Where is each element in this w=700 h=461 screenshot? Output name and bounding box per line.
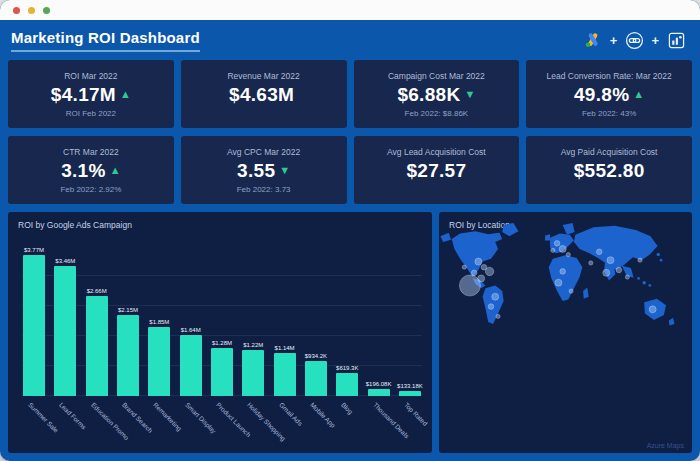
trend-down-icon: ▼	[464, 89, 475, 100]
bar-value-label: $934.2K	[305, 353, 327, 359]
bar-value-label: $1.28M	[212, 340, 232, 346]
bar[interactable]	[274, 353, 296, 396]
bar-value-label: $3.77M	[24, 247, 44, 253]
bar[interactable]	[305, 361, 327, 396]
world-map[interactable]	[439, 218, 692, 345]
kpi-title: CTR Mar 2022	[63, 147, 119, 157]
location-roi-bubble[interactable]	[559, 245, 566, 252]
location-roi-bubble[interactable]	[560, 269, 566, 275]
bar[interactable]	[336, 373, 358, 396]
x-axis-label: Gmail Ads	[278, 401, 304, 427]
kpi-card-avg-lead-acquisition-cost[interactable]: Avg Lead Acquisition Cost $27.57	[354, 136, 520, 204]
location-roi-bubble[interactable]	[462, 265, 466, 269]
kpi-card-campaign-cost[interactable]: Campaign Cost Mar 2022 $6.88K▼ Feb 2022:…	[354, 60, 520, 128]
kpi-value: $27.57	[406, 160, 466, 182]
bar-value-label: $1.14M	[275, 345, 295, 351]
bar[interactable]	[180, 335, 202, 396]
kpi-title: ROI Mar 2022	[64, 71, 117, 81]
location-roi-bubble[interactable]	[551, 248, 555, 252]
bar-column[interactable]: $3.46M	[53, 246, 77, 396]
bar-value-label: $1.85M	[149, 319, 169, 325]
close-window-button[interactable]	[13, 7, 20, 14]
chart-title: ROI by Google Ads Campaign	[8, 212, 432, 230]
x-axis-label: Blog	[340, 401, 354, 415]
bar-column[interactable]: $934.2K	[304, 246, 328, 396]
location-roi-bubble[interactable]	[555, 279, 562, 286]
location-roi-bubble[interactable]	[475, 258, 482, 265]
kpi-compare: Feb 2022: 2.92%	[60, 185, 121, 194]
data-source-icons: + +	[583, 30, 686, 50]
bar-column[interactable]: $2.66M	[85, 246, 109, 396]
google-ads-icon[interactable]	[583, 30, 603, 50]
bar[interactable]	[211, 348, 233, 396]
kpi-title: Lead Conversion Rate: Mar 2022	[547, 71, 672, 81]
location-roi-bubble[interactable]	[496, 314, 500, 318]
trend-up-icon: ▲	[110, 165, 121, 176]
maximize-window-button[interactable]	[43, 7, 50, 14]
kpi-card-avg-paid-acquisition-cost[interactable]: Avg Paid Acquisition Cost $552.80	[526, 136, 692, 204]
bar[interactable]	[23, 255, 45, 396]
location-roi-bubble[interactable]	[569, 289, 573, 293]
location-roi-bubble[interactable]	[589, 261, 593, 265]
location-roi-bubble[interactable]	[459, 275, 480, 296]
bar-column[interactable]: $2.15M	[116, 246, 140, 396]
bar-column[interactable]: $196.08K	[367, 246, 391, 396]
bar-value-label: $133.18K	[397, 383, 423, 389]
bar[interactable]	[242, 350, 264, 396]
charts-row: ROI by Google Ads Campaign $3.77M$3.46M$…	[0, 212, 700, 453]
location-roi-bubble[interactable]	[485, 267, 493, 275]
bar-chart-plot-area: $3.77M$3.46M$2.66M$2.15M$1.85M$1.64M$1.2…	[22, 246, 422, 396]
location-roi-bubble[interactable]	[488, 304, 494, 310]
location-roi-bubble[interactable]	[603, 269, 610, 276]
kpi-compare: Feb 2022: 3.73	[237, 185, 291, 194]
bar[interactable]	[117, 315, 139, 396]
bar-column[interactable]: $1.85M	[147, 246, 171, 396]
trend-down-icon: ▼	[279, 165, 290, 176]
location-roi-bubble[interactable]	[492, 293, 499, 300]
location-roi-bubble[interactable]	[638, 258, 642, 262]
bar[interactable]	[148, 327, 170, 396]
kpi-card-ctr[interactable]: CTR Mar 2022 3.1%▲ Feb 2022: 2.92%	[8, 136, 174, 204]
bar-column[interactable]: $1.22M	[241, 246, 265, 396]
kpi-card-roi[interactable]: ROI Mar 2022 $4.17M▲ ROI Feb 2022	[8, 60, 174, 128]
bar[interactable]	[368, 389, 390, 396]
bar[interactable]	[54, 266, 76, 396]
location-roi-bubble[interactable]	[607, 257, 614, 264]
bar-column[interactable]: $133.18K	[398, 246, 422, 396]
x-axis-label: Lead Forms	[58, 401, 87, 430]
link-connector-icon[interactable]	[624, 30, 644, 50]
bar-value-label: $3.46M	[55, 258, 75, 264]
bar[interactable]	[399, 391, 421, 396]
bar-column[interactable]: $3.77M	[22, 246, 46, 396]
dashboard-window: Marketing ROI Dashboard + +	[0, 0, 700, 461]
kpi-value: 3.1%	[61, 160, 106, 182]
kpi-title: Avg CPC Mar 2022	[227, 147, 300, 157]
location-roi-bubble[interactable]	[616, 267, 622, 273]
location-roi-bubble[interactable]	[625, 275, 629, 279]
location-roi-bubble[interactable]	[478, 275, 485, 282]
kpi-title: Revenue Mar 2022	[227, 71, 299, 81]
location-roi-bubble[interactable]	[471, 270, 477, 276]
bar-column[interactable]: $1.64M	[179, 246, 203, 396]
bar-column[interactable]: $619.3K	[335, 246, 359, 396]
location-roi-bubble[interactable]	[596, 249, 602, 255]
bar-column[interactable]: $1.28M	[210, 246, 234, 396]
kpi-card-avg-cpc[interactable]: Avg CPC Mar 2022 3.55▼ Feb 2022: 3.73	[181, 136, 347, 204]
kpi-row-1: ROI Mar 2022 $4.17M▲ ROI Feb 2022 Revenu…	[0, 60, 700, 128]
bar-column[interactable]: $1.14M	[273, 246, 297, 396]
kpi-card-lead-conversion[interactable]: Lead Conversion Rate: Mar 2022 49.8%▲ Fe…	[526, 60, 692, 128]
kpi-card-revenue[interactable]: Revenue Mar 2022 $4.63M	[181, 60, 347, 128]
kpi-compare: Feb 2022: 43%	[582, 109, 636, 118]
kpi-value: $4.17M	[51, 84, 116, 106]
analytics-app-icon[interactable]	[666, 30, 686, 50]
page-title: Marketing ROI Dashboard	[11, 29, 200, 52]
location-roi-bubble[interactable]	[554, 240, 560, 246]
location-roi-bubble[interactable]	[649, 306, 656, 313]
bar[interactable]	[86, 296, 108, 396]
bar-value-label: $2.66M	[87, 288, 107, 294]
roi-by-campaign-chart[interactable]: ROI by Google Ads Campaign $3.77M$3.46M$…	[8, 212, 432, 453]
roi-by-location-map[interactable]: ROI by Location	[439, 212, 692, 453]
minimize-window-button[interactable]	[28, 7, 35, 14]
x-axis-label: Top Rated	[403, 401, 429, 427]
location-roi-bubble[interactable]	[566, 252, 570, 256]
